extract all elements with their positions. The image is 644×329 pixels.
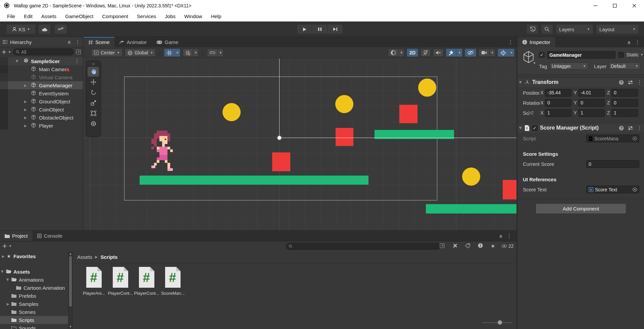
foldout-arrow-icon[interactable]: ▶ bbox=[15, 60, 19, 62]
hierarchy-item-coinobject[interactable]: ▶ CoinObject bbox=[0, 105, 83, 113]
kebab-menu-icon[interactable]: ⋮ bbox=[637, 125, 642, 131]
effects-dropdown[interactable]: ▼ bbox=[446, 49, 462, 57]
menu-jobs[interactable]: Jobs bbox=[160, 11, 180, 21]
hierarchy-item-player[interactable]: ▶ Player bbox=[0, 122, 83, 130]
visibility-gutter[interactable] bbox=[0, 57, 8, 65]
scroll-down-icon[interactable]: ▼ bbox=[68, 325, 72, 328]
position-y-field[interactable]: -4.01 bbox=[578, 89, 605, 97]
tab-game[interactable]: Game bbox=[152, 37, 183, 47]
scene-audio-toggle[interactable] bbox=[433, 49, 444, 57]
object-picker-icon[interactable] bbox=[633, 136, 637, 141]
visibility-gutter[interactable] bbox=[0, 89, 8, 97]
project-tree-scrollbar[interactable]: ▲ ▼ bbox=[68, 251, 73, 329]
add-icon[interactable] bbox=[3, 244, 7, 248]
rect-tool-button[interactable] bbox=[88, 108, 99, 118]
visibility-gutter[interactable] bbox=[0, 105, 8, 113]
favorites-filter-icon[interactable]: ★ bbox=[491, 243, 495, 249]
kebab-menu-icon[interactable]: ⋮ bbox=[637, 79, 642, 85]
scrollbar-thumb[interactable] bbox=[69, 256, 72, 307]
lock-icon[interactable]: a bbox=[499, 233, 502, 239]
hierarchy-search-input[interactable]: All bbox=[13, 48, 74, 55]
tree-item-assets[interactable]: ▶ Assets bbox=[0, 268, 68, 276]
menu-edit[interactable]: Edit bbox=[19, 11, 37, 21]
transform-tool-button[interactable] bbox=[88, 119, 99, 129]
drag-handle-icon[interactable]: ≡ bbox=[92, 62, 94, 65]
visibility-gutter[interactable] bbox=[0, 73, 8, 81]
kebab-menu-icon[interactable]: ⋮ bbox=[635, 39, 640, 45]
thumbnail-size-slider[interactable] bbox=[482, 320, 512, 325]
lock-icon[interactable]: a bbox=[68, 39, 70, 45]
scale-z-field[interactable]: 1 bbox=[611, 109, 638, 117]
layout-dropdown[interactable]: Layout▼ bbox=[596, 24, 639, 34]
file-item-playercontroller1[interactable]: # PlayerCont... bbox=[107, 267, 134, 296]
score-manager-header[interactable]: ▶ # ✓ Score Manager (Script) ? ⋮ bbox=[517, 123, 644, 133]
tree-item-scripts[interactable]: Scripts bbox=[0, 316, 68, 324]
scale-y-field[interactable]: 1 bbox=[578, 109, 605, 117]
tab-inspector[interactable]: Inspector bbox=[517, 37, 555, 47]
kebab-menu-icon[interactable]: ⋮ bbox=[507, 233, 512, 239]
tree-item-sounds[interactable]: Sounds bbox=[0, 324, 68, 329]
search-scope-icon[interactable] bbox=[76, 49, 81, 54]
breadcrumb-current[interactable]: Scripts bbox=[100, 254, 117, 260]
platform[interactable] bbox=[426, 204, 516, 214]
pause-button[interactable] bbox=[312, 24, 328, 34]
foldout-arrow-icon[interactable]: ▶ bbox=[2, 254, 5, 258]
chevron-down-icon[interactable]: ▼ bbox=[9, 244, 12, 248]
cloud-button[interactable] bbox=[38, 24, 51, 34]
foldout-arrow-icon[interactable]: ▶ bbox=[24, 84, 27, 87]
hierarchy-item-virtual-camera[interactable]: Virtual Camera bbox=[0, 73, 83, 81]
camera-settings-dropdown[interactable]: ▼ bbox=[479, 49, 495, 57]
current-score-field[interactable]: 0 bbox=[586, 160, 639, 168]
static-checkbox[interactable] bbox=[618, 52, 624, 58]
foldout-arrow-icon[interactable]: ▶ bbox=[519, 127, 523, 129]
position-x-field[interactable]: -35.44 bbox=[545, 89, 572, 97]
scene-lighting-toggle[interactable] bbox=[420, 49, 431, 57]
menu-services[interactable]: Services bbox=[133, 11, 161, 21]
visibility-count[interactable]: 22 bbox=[501, 243, 514, 249]
rotation-z-field[interactable]: 0 bbox=[611, 99, 638, 107]
rotate-tool-button[interactable] bbox=[88, 88, 99, 97]
visibility-gutter[interactable] bbox=[0, 97, 8, 105]
obstacle[interactable] bbox=[272, 152, 290, 171]
warning-filter-icon[interactable] bbox=[478, 243, 483, 249]
grid-snap-toggle[interactable]: ▼ bbox=[164, 49, 180, 57]
search-scope-icon[interactable] bbox=[440, 243, 445, 249]
breadcrumb-root[interactable]: Assets bbox=[77, 254, 92, 260]
presets-icon[interactable] bbox=[628, 80, 633, 85]
tab-scene[interactable]: Scene bbox=[84, 37, 114, 47]
platform[interactable] bbox=[140, 176, 368, 185]
menu-window[interactable]: Window bbox=[180, 11, 206, 21]
gizmos-dropdown[interactable]: ▼ bbox=[498, 49, 514, 57]
add-icon[interactable] bbox=[2, 50, 6, 54]
foldout-arrow-icon[interactable]: ▶ bbox=[519, 81, 523, 84]
file-item-playeranimation[interactable]: # PlayerAni... bbox=[81, 267, 107, 296]
chevron-down-icon[interactable]: ▼ bbox=[8, 50, 11, 54]
foldout-arrow-icon[interactable]: ▶ bbox=[24, 116, 27, 120]
kebab-menu-icon[interactable]: ⋮ bbox=[508, 39, 516, 45]
move-handle[interactable] bbox=[278, 136, 281, 140]
account-button[interactable]: KS ▼ bbox=[6, 24, 36, 34]
foldout-arrow-icon[interactable]: ▶ bbox=[24, 108, 27, 111]
layer-dropdown[interactable]: Default▼ bbox=[609, 62, 640, 69]
menu-component[interactable]: Component bbox=[98, 11, 133, 21]
tree-item-scenes[interactable]: Scenes bbox=[0, 308, 68, 316]
pivot-mode-dropdown[interactable]: Center▼ bbox=[91, 49, 122, 57]
scroll-up-icon[interactable]: ▲ bbox=[68, 252, 72, 255]
undo-history-button[interactable] bbox=[526, 24, 538, 34]
lock-icon[interactable]: a bbox=[628, 40, 630, 45]
scale-x-field[interactable]: 1 bbox=[545, 109, 572, 117]
obstacle[interactable] bbox=[399, 105, 417, 123]
scale-tool-button[interactable] bbox=[88, 98, 99, 108]
file-item-scoremanager[interactable]: # ScoreMan... bbox=[159, 267, 186, 296]
script-reference-field[interactable]: # ScoreMana bbox=[586, 135, 639, 142]
foldout-arrow-icon[interactable]: ▶ bbox=[24, 100, 27, 103]
menu-assets[interactable]: Assets bbox=[37, 11, 61, 21]
gameobject-name-field[interactable]: GameManager bbox=[547, 51, 615, 59]
tree-item-prefebs[interactable]: Prefebs bbox=[0, 292, 68, 300]
tab-console[interactable]: Console bbox=[33, 231, 67, 241]
hierarchy-item-main-camera[interactable]: Main Camera bbox=[0, 65, 83, 73]
visibility-gutter[interactable] bbox=[0, 122, 8, 130]
coin[interactable] bbox=[335, 95, 353, 113]
foldout-arrow-icon[interactable]: ▶ bbox=[24, 124, 27, 128]
constrain-proportions-icon[interactable] bbox=[528, 111, 533, 115]
